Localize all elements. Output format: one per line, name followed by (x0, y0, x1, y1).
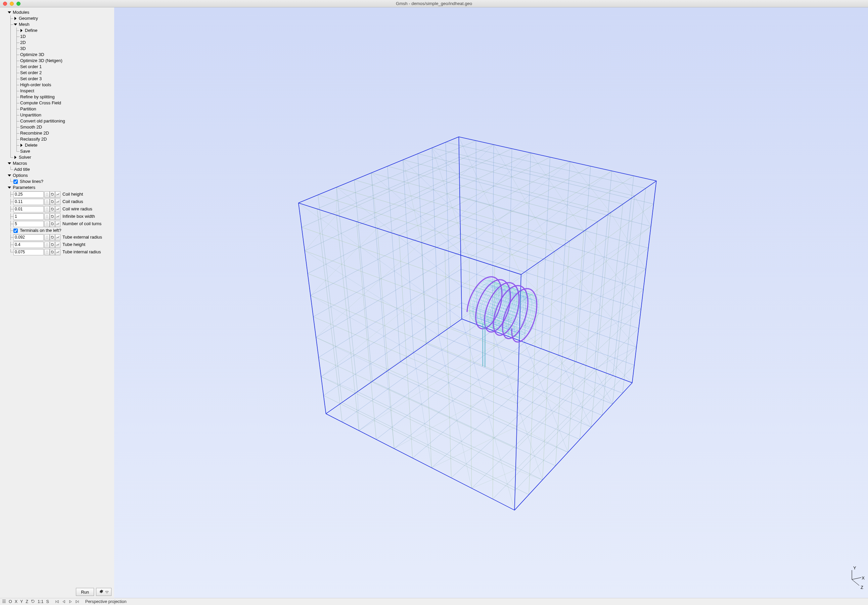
tree-item-set-order-2[interactable]: Set order 2 (2, 70, 113, 76)
param-reset-button[interactable] (50, 241, 55, 248)
tree-item-geometry[interactable]: Geometry (2, 15, 113, 22)
status-Z-button[interactable]: Z (25, 599, 29, 604)
tree-item-refine[interactable]: Refine by splitting (2, 94, 113, 100)
minimize-window-button[interactable] (10, 2, 14, 6)
param-menu-button[interactable]: ⋮ (44, 206, 50, 212)
gear-menu-button[interactable] (96, 588, 112, 596)
param-label: Tube height (62, 241, 85, 248)
expand-icon[interactable] (8, 11, 11, 14)
param-reset-button[interactable] (50, 214, 55, 220)
param-graph-button[interactable] (55, 241, 60, 248)
param-graph-button[interactable] (55, 191, 60, 198)
status-O-button[interactable]: O (8, 599, 13, 604)
status-ff-button[interactable] (74, 600, 80, 603)
param-menu-button[interactable]: ⋮ (44, 221, 50, 227)
param-input[interactable] (14, 206, 43, 212)
3d-viewport[interactable]: X Y Z (114, 8, 868, 598)
status-ratio-button[interactable]: 1:1 (37, 599, 44, 604)
tree-item-set-order-3[interactable]: Set order 3 (2, 76, 113, 82)
status-projection-label[interactable]: Perspective projection (85, 599, 127, 604)
param-input[interactable] (14, 249, 43, 255)
param-input[interactable] (14, 214, 43, 220)
status-next-button[interactable] (68, 600, 73, 603)
status-X-button[interactable]: X (14, 599, 18, 604)
param-row: ⋮Tube external radius (2, 234, 113, 241)
expand-icon[interactable] (14, 22, 17, 26)
zoom-window-button[interactable] (17, 2, 20, 6)
status-menu-button[interactable] (2, 599, 7, 604)
param-menu-button[interactable]: ⋮ (44, 249, 50, 255)
expand-icon[interactable] (8, 161, 11, 166)
collapse-icon[interactable] (20, 143, 23, 147)
tree-item-3d[interactable]: 3D (2, 46, 113, 52)
param-menu-button[interactable]: ⋮ (44, 191, 50, 198)
param-menu-button[interactable]: ⋮ (44, 241, 50, 248)
tree-item-reclassify-2d[interactable]: Reclassify 2D (2, 136, 113, 142)
status-rewind-button[interactable] (54, 600, 60, 603)
tree-item-high-order-tools[interactable]: High-order tools (2, 82, 113, 88)
tree-item-unpartition[interactable]: Unpartition (2, 112, 113, 118)
collapse-icon[interactable] (20, 28, 23, 32)
status-S-button[interactable]: S (45, 599, 50, 604)
tree-item-parameters[interactable]: Parameters (2, 184, 113, 190)
tree-label: Compute Cross Field (20, 100, 61, 106)
status-Y-button[interactable]: Y (20, 599, 23, 604)
param-graph-button[interactable] (55, 221, 60, 227)
tree-item-optimize3d-netgen[interactable]: Optimize 3D (Netgen) (2, 58, 113, 64)
show-lines-checkbox[interactable] (14, 179, 18, 184)
param-reset-button[interactable] (50, 191, 55, 198)
tree-item-partition[interactable]: Partition (2, 106, 113, 112)
collapse-icon[interactable] (14, 17, 17, 20)
tree-item-save[interactable]: Save (2, 148, 113, 154)
module-tree[interactable]: Modules Geometry Mesh Define 1D 2D 3D Op… (0, 8, 114, 586)
tree-item-modules[interactable]: Modules (2, 9, 113, 15)
tree-item-add-title[interactable]: Add title (2, 166, 113, 172)
status-prev-button[interactable] (61, 600, 67, 603)
tree-item-inspect[interactable]: Inspect (2, 88, 113, 94)
tree-item-delete[interactable]: Delete (2, 142, 113, 148)
param-menu-button[interactable]: ⋮ (44, 214, 50, 220)
param-input[interactable] (14, 191, 43, 198)
tree-item-recombine-2d[interactable]: Recombine 2D (2, 130, 113, 136)
tree-item-2d[interactable]: 2D (2, 40, 113, 46)
tree-item-optimize3d[interactable]: Optimize 3D (2, 52, 113, 58)
tree-item-show-lines[interactable]: Show lines? (2, 178, 113, 184)
tree-item-mesh[interactable]: Mesh (2, 22, 113, 28)
terminals-left-checkbox[interactable] (14, 229, 18, 233)
param-graph-button[interactable] (55, 234, 60, 241)
param-input[interactable] (14, 241, 43, 248)
param-reset-button[interactable] (50, 206, 55, 212)
param-menu-button[interactable]: ⋮ (44, 199, 50, 205)
param-graph-button[interactable] (55, 199, 60, 205)
tree-item-convert-partitioning[interactable]: Convert old partitioning (2, 118, 113, 124)
tree-item-1d[interactable]: 1D (2, 34, 113, 40)
collapse-icon[interactable] (14, 155, 17, 159)
tree-item-solver[interactable]: Solver (2, 154, 113, 160)
param-input[interactable] (14, 221, 43, 227)
run-button[interactable]: Run (76, 588, 94, 596)
expand-icon[interactable] (8, 173, 11, 178)
param-reset-button[interactable] (50, 221, 55, 227)
svg-marker-1 (14, 17, 17, 20)
param-input[interactable] (14, 199, 43, 205)
tree-item-cross-field[interactable]: Compute Cross Field (2, 100, 113, 106)
tree-item-define[interactable]: Define (2, 28, 113, 34)
tree-item-macros[interactable]: Macros (2, 160, 113, 166)
param-input[interactable] (14, 234, 43, 241)
param-menu-button[interactable]: ⋮ (44, 234, 50, 241)
expand-icon[interactable] (8, 186, 11, 190)
param-reset-button[interactable] (50, 249, 55, 255)
param-graph-button[interactable] (55, 214, 60, 220)
param-graph-button[interactable] (55, 249, 60, 255)
param-reset-button[interactable] (50, 234, 55, 241)
param-label: Infinite box width (62, 214, 95, 220)
tree-item-smooth-2d[interactable]: Smooth 2D (2, 124, 113, 130)
close-window-button[interactable] (3, 2, 7, 6)
tree-item-set-order-1[interactable]: Set order 1 (2, 64, 113, 70)
tree-label: 3D (20, 46, 26, 52)
tree-item-options[interactable]: Options (2, 172, 113, 178)
param-graph-button[interactable] (55, 206, 60, 212)
status-rotate-button[interactable] (30, 599, 36, 604)
param-reset-button[interactable] (50, 199, 55, 205)
param-terminals-row[interactable]: Terminals on the left? (2, 227, 113, 234)
